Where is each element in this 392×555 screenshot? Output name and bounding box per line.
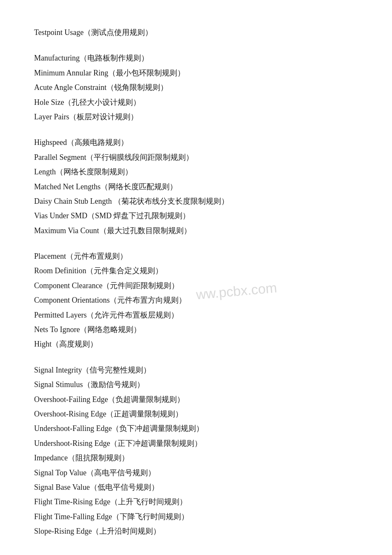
section-placement: Placement（元件布置规则）Room Definition（元件集合定义规… [34, 249, 358, 351]
line-overshoot-rising-edge: Overshoot-Rising Edge（正超调量限制规则） [34, 407, 358, 421]
line-component-clearance: Component Clearance（元件间距限制规则） [34, 279, 358, 292]
line-acute-angle-constraint: Acute Angle Constraint（锐角限制规则） [34, 81, 358, 94]
line-highspeed: Highspeed（高频电路规则） [34, 136, 358, 149]
line-placement: Placement（元件布置规则） [34, 249, 358, 263]
line-component-orientations: Component Orientations（元件布置方向规则） [34, 293, 358, 307]
page-content: ww.pcbx.com Testpoint Usage（测试点使用规则）Manu… [34, 26, 358, 538]
line-daisy-chain-stub-length: Daisy Chain Stub Length （菊花状布线分支长度限制规则） [34, 194, 358, 208]
line-matched-net-lengths: Matched Net Lengths（网络长度匹配规则） [34, 180, 358, 194]
line-minimum-annular-ring: Minimum Annular Ring（最小包环限制规则） [34, 66, 358, 80]
line-maximum-via-count: Maximum Via Count（最大过孔数目限制规则） [34, 224, 358, 237]
line-manufacturing: Manufacturing（电路板制作规则） [34, 51, 358, 65]
line-flight-time-falling-edge: Flight Time-Falling Edge（下降飞行时间规则） [34, 510, 358, 523]
line-room-definition: Room Definition（元件集合定义规则） [34, 264, 358, 278]
line-vias-under-smd: Vias Under SMD（SMD 焊盘下过孔限制规则） [34, 209, 358, 223]
section-highspeed: Highspeed（高频电路规则）Parallel Segment（平行铜膜线段… [34, 136, 358, 237]
line-length: Length（网络长度限制规则） [34, 165, 358, 179]
section-manufacturing: Manufacturing（电路板制作规则）Minimum Annular Ri… [34, 51, 358, 124]
line-overshoot-falling-edge: Overshoot-Failing Edge（负超调量限制规则） [34, 393, 358, 406]
line-slope-rising-edge: Slope-Rising Edge（上升沿时间规则） [34, 524, 358, 538]
line-signal-integrity: Signal Integrity（信号完整性规则） [34, 363, 358, 377]
section-testpoint: Testpoint Usage（测试点使用规则） [34, 26, 358, 39]
line-signal-base-value: Signal Base Value（低电平信号规则） [34, 480, 358, 494]
line-permitted-layers: Permitted Layers（允许元件布置板层规则） [34, 308, 358, 322]
line-signal-top-value: Signal Top Value（高电平信号规则） [34, 466, 358, 480]
line-flight-time-rising-edge: Flight Time-Rising Edge（上升飞行时间规则） [34, 495, 358, 509]
line-impedance: Impedance（阻抗限制规则） [34, 451, 358, 465]
line-testpoint-usage: Testpoint Usage（测试点使用规则） [34, 26, 358, 39]
line-undershoot-rising-edge: Undershoot-Rising Edge（正下冲超调量限制规则） [34, 436, 358, 450]
line-parallel-segment: Parallel Segment（平行铜膜线段间距限制规则） [34, 150, 358, 164]
line-signal-stimulus: Signal Stimulus（激励信号规则） [34, 378, 358, 391]
line-undershoot-falling-edge: Undershoot-Falling Edge（负下冲超调量限制规则） [34, 422, 358, 435]
line-hole-size: Hole Size（孔径大小设计规则） [34, 95, 358, 109]
section-signal-integrity: Signal Integrity（信号完整性规则）Signal Stimulus… [34, 363, 358, 538]
line-hight: Hight（高度规则） [34, 337, 358, 351]
line-nets-to-ignore: Nets To Ignore（网络忽略规则） [34, 323, 358, 336]
line-layer-pairs: Layer Pairs（板层对设计规则） [34, 110, 358, 124]
